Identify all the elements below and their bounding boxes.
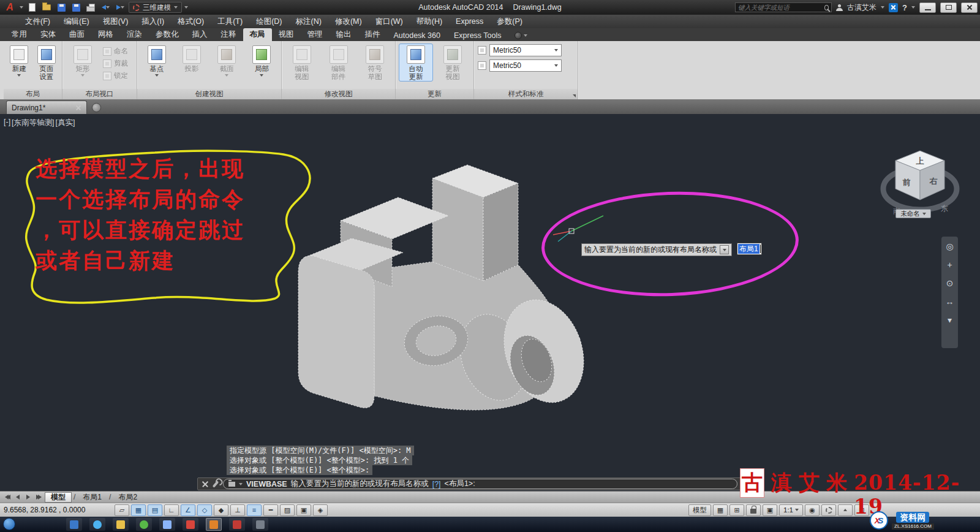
- tab-plugins[interactable]: 插件: [358, 28, 387, 41]
- layer-style-select[interactable]: Metric50: [489, 59, 562, 72]
- exchange-apps-icon[interactable]: [889, 3, 898, 12]
- page-setup-button[interactable]: 页面设置: [35, 44, 59, 81]
- menu-parametric[interactable]: 参数(P): [490, 15, 529, 28]
- tab-layout[interactable]: 布局: [243, 28, 272, 41]
- tab-autodesk360[interactable]: Autodesk 360: [387, 30, 447, 41]
- taskbar-app-icon[interactable]: [136, 518, 152, 531]
- command-customize-icon[interactable]: [213, 481, 219, 488]
- viewcube-unnamed-view-button[interactable]: 未命名: [895, 209, 931, 218]
- toggle-grid-display[interactable]: ▤: [148, 504, 162, 516]
- steering-wheel-icon[interactable]: ◎: [943, 239, 956, 254]
- menu-view[interactable]: 视图(V): [96, 15, 135, 28]
- menu-file[interactable]: 文件(F): [18, 15, 57, 28]
- panel-expander-icon[interactable]: [573, 94, 576, 97]
- ribbon-options-button[interactable]: [514, 32, 527, 41]
- taskbar-app-icon[interactable]: [252, 518, 268, 531]
- panel-styles-title[interactable]: 样式和标准: [474, 89, 578, 99]
- minimize-button[interactable]: [919, 2, 936, 13]
- update-view-button[interactable]: 更新视图: [436, 44, 469, 81]
- menu-edit[interactable]: 编辑(E): [57, 15, 96, 28]
- menu-format[interactable]: 格式(O): [171, 15, 211, 28]
- panel-update-title[interactable]: 更新: [396, 89, 473, 99]
- maximize-button[interactable]: [940, 2, 957, 13]
- toggle-selection-cycling[interactable]: ◈: [313, 504, 328, 516]
- signin-caret-icon[interactable]: [881, 6, 884, 9]
- toggle-transparency[interactable]: ▨: [280, 504, 295, 516]
- tab-solid[interactable]: 实体: [34, 28, 62, 41]
- panel-layout-title[interactable]: 布局: [4, 89, 62, 99]
- workspace-switcher[interactable]: 三维建模: [129, 2, 182, 13]
- help-caret-icon[interactable]: [911, 6, 915, 9]
- last-layout-icon[interactable]: [34, 493, 43, 501]
- search-input[interactable]: [738, 4, 822, 11]
- clip-viewport-button[interactable]: 剪裁: [103, 58, 128, 69]
- panel-create-view-title[interactable]: 创建视图: [137, 89, 281, 99]
- command-options[interactable]: [?]: [432, 480, 441, 488]
- first-layout-icon[interactable]: [3, 493, 12, 501]
- tab-view[interactable]: 视图: [272, 28, 301, 41]
- autocad-logo-icon[interactable]: A: [2, 2, 17, 13]
- new-drawing-icon[interactable]: [92, 103, 101, 112]
- taskbar-browser-icon[interactable]: [89, 518, 105, 531]
- detail-view-button[interactable]: 局部: [246, 44, 277, 77]
- coordinate-display[interactable]: 9.6568, 28.9162 , 0.0000: [4, 506, 113, 514]
- file-tab-drawing1[interactable]: Drawing1*: [6, 101, 87, 114]
- save-button[interactable]: [55, 2, 67, 13]
- viewport-minus-control[interactable]: [-]: [4, 118, 10, 128]
- tab-annotate[interactable]: 注释: [214, 28, 243, 41]
- app-menu-caret-icon[interactable]: [20, 6, 23, 9]
- dynamic-input-history-button[interactable]: [720, 245, 729, 254]
- toggle-infer-constraints[interactable]: ▱: [115, 504, 129, 516]
- taskbar-app-icon[interactable]: [229, 518, 245, 531]
- signin-user[interactable]: 古滇艾米: [847, 2, 876, 13]
- tab-parametric[interactable]: 参数化: [149, 28, 186, 41]
- toggle-dynamic-ucs[interactable]: ⊥: [230, 504, 245, 516]
- toggle-ortho-mode[interactable]: ∟: [164, 504, 179, 516]
- toggle-polar-tracking[interactable]: ∠: [181, 504, 195, 516]
- model-space-button[interactable]: 模型: [688, 504, 711, 516]
- model-tab[interactable]: 模型: [45, 492, 72, 503]
- redo-button[interactable]: [114, 2, 126, 13]
- tab-output[interactable]: 输出: [330, 28, 358, 41]
- menu-express[interactable]: Express: [449, 15, 490, 28]
- plot-button[interactable]: [85, 2, 97, 13]
- recent-commands-icon[interactable]: [228, 482, 235, 487]
- prev-layout-icon[interactable]: [13, 493, 22, 501]
- open-button[interactable]: [40, 2, 53, 13]
- file-tab-close-icon[interactable]: [76, 105, 81, 110]
- menu-window[interactable]: 窗口(W): [369, 15, 410, 28]
- orbit-icon[interactable]: ↔: [943, 294, 956, 309]
- toggle-dynamic-input[interactable]: ≡: [247, 504, 262, 516]
- command-close-icon[interactable]: [202, 481, 208, 487]
- quick-view-layouts-icon[interactable]: ▦: [713, 504, 728, 516]
- layout2-tab[interactable]: 布局2: [113, 492, 143, 503]
- panel-viewports-title[interactable]: 布局视口: [62, 89, 137, 99]
- viewport-view-control[interactable]: [东南等轴测]: [12, 118, 54, 128]
- tab-insert[interactable]: 插入: [186, 28, 214, 41]
- close-button[interactable]: [961, 2, 978, 13]
- toggle-quick-properties[interactable]: ▣: [296, 504, 311, 516]
- new-layout-button[interactable]: 新建: [7, 44, 31, 77]
- zoom-icon[interactable]: ⊙: [943, 276, 956, 291]
- tab-render[interactable]: 渲染: [120, 28, 149, 41]
- drafting-standard-select[interactable]: Metric50: [489, 44, 562, 56]
- edit-component-button[interactable]: 编辑部件: [322, 44, 355, 81]
- tab-manage[interactable]: 管理: [301, 28, 330, 41]
- section-view-button[interactable]: 截面: [211, 44, 243, 77]
- tab-surface[interactable]: 曲面: [62, 28, 91, 41]
- toggle-3d-object-snap[interactable]: ◆: [214, 504, 228, 516]
- undo-button[interactable]: [99, 2, 111, 13]
- auto-update-button[interactable]: 自动更新: [399, 44, 432, 81]
- dynamic-input-field[interactable]: 布局1: [737, 243, 762, 255]
- taskbar-explorer-icon[interactable]: [113, 518, 129, 531]
- new-button[interactable]: [26, 2, 38, 13]
- menu-help[interactable]: 帮助(H): [410, 15, 449, 28]
- toggle-object-snap[interactable]: ◇: [197, 504, 212, 516]
- navbar-more-icon[interactable]: ▾: [943, 313, 956, 327]
- viewport-visual-style-control[interactable]: [真实]: [56, 118, 75, 128]
- layout1-tab[interactable]: 布局1: [77, 492, 107, 503]
- toggle-snap-mode[interactable]: ▦: [131, 504, 146, 516]
- rect-viewport-button[interactable]: 矩形: [66, 44, 99, 77]
- recent-commands-caret-icon[interactable]: [239, 483, 243, 485]
- taskbar-app-icon[interactable]: [66, 518, 82, 531]
